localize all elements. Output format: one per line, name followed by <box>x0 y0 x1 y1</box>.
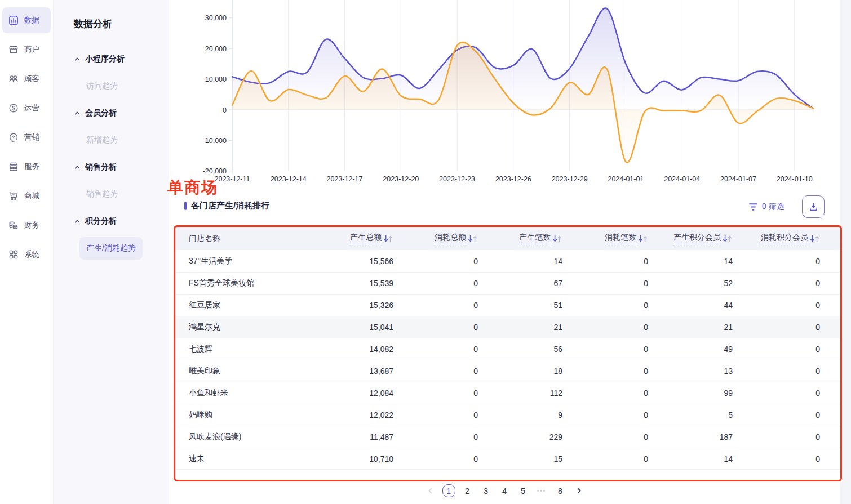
column-label: 消耗笔数 <box>605 233 636 244</box>
column-header-generated-total[interactable]: 产生总额 <box>303 233 393 244</box>
chevron-up-icon <box>74 218 81 225</box>
sort-icon[interactable] <box>810 235 820 243</box>
menu-item-sales-trend[interactable]: 销售趋势 <box>74 181 169 208</box>
sort-icon[interactable] <box>383 235 393 243</box>
download-button[interactable] <box>802 195 825 218</box>
cell-generated-count: 67 <box>478 279 562 288</box>
grid-icon <box>8 249 19 260</box>
cell-generated-total: 11,487 <box>303 432 393 441</box>
cell-generated-members: 49 <box>648 345 733 354</box>
sidebar-item-service[interactable]: 服务 <box>2 154 51 180</box>
menu-group-miniprogram[interactable]: 小程序分析 <box>74 46 169 73</box>
column-header-generated-count[interactable]: 产生笔数 <box>478 233 562 244</box>
page-ellipsis[interactable]: ••• <box>535 484 548 497</box>
page-button-1[interactable]: 1 <box>442 484 455 497</box>
cell-generated-count: 21 <box>478 323 562 332</box>
menu-item-new-member-trend[interactable]: 新增趋势 <box>74 127 169 154</box>
svg-text:2024-01-04: 2024-01-04 <box>664 175 700 183</box>
cell-store-name: 风吹麦浪(遇缘) <box>189 432 303 442</box>
menu-group-points[interactable]: 积分分析 <box>74 208 169 235</box>
sidebar-item-operations[interactable]: 运营 <box>2 95 51 121</box>
column-header-store-name: 门店名称 <box>189 234 303 244</box>
cell-generated-members: 14 <box>648 257 733 266</box>
cell-generated-total: 15,041 <box>303 323 393 332</box>
menu-group-sales[interactable]: 销售分析 <box>74 154 169 181</box>
trend-chart[interactable]: 30,00020,00010,0000-10,000-20,0002023-12… <box>169 0 840 187</box>
sidebar-item-label: 系统 <box>24 249 39 260</box>
cell-consumed-members: 0 <box>733 454 820 463</box>
sidebar-item-system[interactable]: 系统 <box>2 242 51 267</box>
cell-store-name: 七波辉 <box>189 344 303 354</box>
cell-store-name: 小鱼和虾米 <box>189 388 303 398</box>
cell-generated-members: 13 <box>648 367 733 376</box>
table-row: 妈咪购12,02209050 <box>175 404 842 426</box>
cell-consumed-total: 0 <box>393 367 478 376</box>
svg-text:2023-12-11: 2023-12-11 <box>214 175 250 183</box>
sort-icon[interactable] <box>638 235 648 243</box>
cell-generated-count: 51 <box>478 301 562 310</box>
sidebar-item-finance[interactable]: 财务 <box>2 212 51 238</box>
chevron-up-icon <box>74 110 81 117</box>
svg-text:10,000: 10,000 <box>205 75 227 83</box>
ranking-table: 门店名称产生总额消耗总额产生笔数消耗笔数产生积分会员消耗积分会员 37°生活美学… <box>175 227 842 470</box>
page-button-8[interactable]: 8 <box>554 484 567 497</box>
filter-icon <box>748 203 758 211</box>
cell-consumed-members: 0 <box>733 367 820 376</box>
pagination: 12345•••8 <box>169 484 840 497</box>
column-header-generated-members[interactable]: 产生积分会员 <box>648 233 733 244</box>
cell-store-name: 速未 <box>189 454 303 464</box>
section-title: 各门店产生/消耗排行 <box>191 200 269 211</box>
table-row: 唯美印象13,6870180130 <box>175 360 842 382</box>
menu-item-label: 访问趋势 <box>79 75 125 97</box>
page-button-3[interactable]: 3 <box>480 484 493 497</box>
svg-text:2023-12-23: 2023-12-23 <box>439 175 475 183</box>
cell-generated-total: 12,084 <box>303 389 393 398</box>
menu-group-member[interactable]: 会员分析 <box>74 100 169 127</box>
menu-group-label: 会员分析 <box>85 108 117 118</box>
column-header-consumed-count[interactable]: 消耗笔数 <box>562 233 648 244</box>
svg-text:2023-12-20: 2023-12-20 <box>383 175 419 183</box>
svg-text:30,000: 30,000 <box>205 14 227 22</box>
cell-consumed-count: 0 <box>562 257 648 266</box>
menu-item-visit-trend[interactable]: 访问趋势 <box>74 73 169 100</box>
sort-icon[interactable] <box>552 235 562 243</box>
sidebar-item-data[interactable]: 数据 <box>2 7 51 33</box>
cell-consumed-total: 0 <box>393 411 478 420</box>
cell-generated-count: 15 <box>478 454 562 463</box>
cell-generated-members: 187 <box>648 432 733 441</box>
column-header-consumed-members[interactable]: 消耗积分会员 <box>733 233 820 244</box>
column-header-consumed-total[interactable]: 消耗总额 <box>393 233 478 244</box>
sort-icon[interactable] <box>723 235 733 243</box>
page-button-2[interactable]: 2 <box>461 484 474 497</box>
sidebar-item-mall[interactable]: 商城 <box>2 183 51 209</box>
column-label: 产生笔数 <box>519 233 551 244</box>
sidebar-item-marketing[interactable]: 营销 <box>2 124 51 150</box>
prev-page-button[interactable] <box>424 484 437 497</box>
cell-generated-members: 14 <box>648 454 733 463</box>
filter-button[interactable]: 0 筛选 <box>748 202 784 212</box>
cell-generated-total: 15,539 <box>303 279 393 288</box>
page-button-5[interactable]: 5 <box>517 484 530 497</box>
cell-generated-total: 10,710 <box>303 454 393 463</box>
cell-store-name: 红豆居家 <box>189 300 303 310</box>
svg-text:20,000: 20,000 <box>205 45 227 53</box>
cell-consumed-count: 0 <box>562 389 648 398</box>
svg-text:2024-01-01: 2024-01-01 <box>608 175 644 183</box>
menu-item-points-trend[interactable]: 产生/消耗趋势 <box>74 235 169 262</box>
sidebar-item-label: 营销 <box>24 132 39 142</box>
next-page-button[interactable] <box>573 484 586 497</box>
table-row: 鸿星尔克15,0410210210 <box>175 316 842 338</box>
main-content: 30,00020,00010,0000-10,000-20,0002023-12… <box>169 0 840 504</box>
sidebar-item-merchant[interactable]: 商户 <box>2 37 51 63</box>
cell-consumed-count: 0 <box>562 454 648 463</box>
menu-item-label: 产生/消耗趋势 <box>79 237 143 260</box>
menu-group-label: 积分分析 <box>85 216 117 226</box>
chevron-up-icon <box>74 56 81 63</box>
sidebar-item-customer[interactable]: 顾客 <box>2 66 51 92</box>
column-label: 消耗总额 <box>435 233 466 244</box>
sidebar-item-label: 财务 <box>24 220 39 230</box>
sort-icon[interactable] <box>468 235 478 243</box>
table-row: 红豆居家15,3260510440 <box>175 294 842 316</box>
page-button-4[interactable]: 4 <box>498 484 511 497</box>
cell-store-name: FS首秀全球美妆馆 <box>189 278 303 288</box>
